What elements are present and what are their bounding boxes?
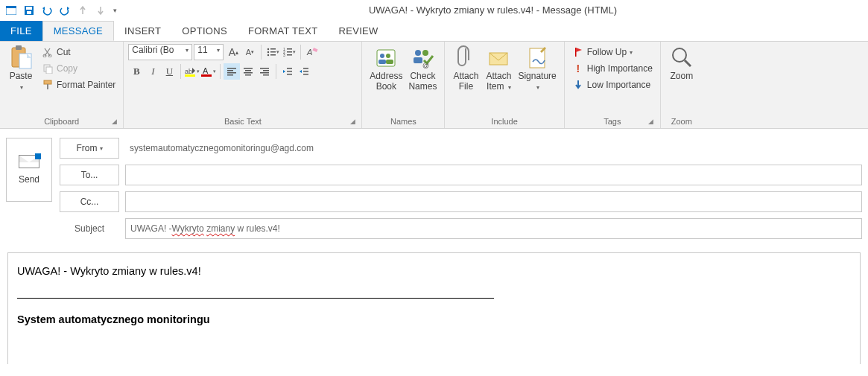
svg-text:3: 3 [283, 53, 285, 57]
high-importance-label: High Importance [587, 63, 653, 74]
italic-icon[interactable]: I [145, 63, 161, 80]
zoom-button[interactable]: Zoom [665, 44, 698, 83]
clipboard-launcher-icon[interactable]: ◢ [110, 118, 118, 127]
qat-customize-icon[interactable]: ▾ [110, 2, 119, 19]
paste-button[interactable]: Paste [4, 44, 37, 95]
svg-rect-34 [227, 72, 236, 74]
group-include: Attach File Attach Item Signature Includ… [445, 42, 564, 128]
align-right-icon[interactable] [256, 63, 273, 80]
send-label: Send [19, 174, 39, 185]
tab-format-text[interactable]: FORMAT TEXT [238, 21, 329, 41]
tab-insert[interactable]: INSERT [114, 21, 171, 41]
high-importance-button[interactable]: ! High Importance [569, 60, 656, 77]
group-basic-text: Calibri (Bo 11 A▴ A▾ ▾ 123▾ A B I U ab▾ … [124, 42, 362, 128]
underline-icon[interactable]: U [161, 63, 177, 80]
check-names-label: Check Names [408, 71, 437, 92]
increase-indent-icon[interactable] [296, 63, 312, 80]
svg-rect-45 [287, 71, 292, 72]
tags-launcher-icon[interactable]: ◢ [647, 118, 656, 127]
highlight-icon[interactable]: ab▾ [184, 63, 200, 80]
low-importance-icon [572, 79, 584, 91]
signature-button[interactable]: Signature [515, 44, 559, 95]
follow-up-button[interactable]: Follow Up ▾ [569, 44, 656, 60]
svg-rect-54 [386, 60, 393, 64]
font-size-select[interactable]: 11 [194, 44, 224, 60]
align-left-icon[interactable] [224, 63, 240, 80]
from-field[interactable] [125, 138, 862, 159]
svg-rect-36 [244, 68, 253, 69]
svg-rect-27 [313, 48, 318, 52]
font-name-select[interactable]: Calibri (Bo [128, 44, 192, 60]
paste-icon [9, 45, 33, 69]
attach-file-label: Attach File [453, 71, 478, 92]
svg-rect-41 [263, 70, 269, 71]
numbering-icon[interactable]: 123▾ [281, 44, 297, 60]
undo-icon[interactable] [39, 2, 55, 19]
previous-item-icon [75, 2, 91, 19]
svg-rect-11 [46, 67, 52, 74]
subject-field[interactable]: UWAGA! - Wykryto zmiany w rules.v4! [125, 218, 862, 239]
low-importance-button[interactable]: Low Importance [569, 77, 656, 93]
svg-point-52 [386, 54, 390, 58]
svg-rect-46 [287, 74, 292, 75]
grow-font-icon[interactable]: A▴ [225, 44, 241, 60]
cut-icon [42, 46, 54, 58]
font-color-icon[interactable]: A▾ [200, 63, 217, 80]
copy-button[interactable]: Copy [39, 60, 118, 77]
zoom-label: Zoom [670, 71, 693, 81]
copy-icon [42, 63, 54, 74]
svg-rect-38 [244, 72, 253, 74]
shrink-font-icon[interactable]: A▾ [241, 44, 258, 60]
tab-options[interactable]: OPTIONS [171, 21, 238, 41]
tab-message[interactable]: MESSAGE [42, 21, 114, 41]
send-button[interactable]: Send [6, 138, 52, 202]
body-line-1: UWAGA! - Wykryto zmiany w rules.v4! [17, 264, 851, 278]
save-icon[interactable] [21, 2, 37, 19]
format-painter-button[interactable]: Format Painter [39, 77, 118, 93]
group-clipboard-label: Clipboard [44, 117, 79, 126]
group-zoom-label: Zoom [665, 115, 698, 128]
attach-item-button[interactable]: Attach Item [482, 44, 515, 95]
high-importance-icon: ! [572, 63, 584, 74]
check-names-button[interactable]: @ Check Names [405, 44, 440, 93]
paste-label: Paste [10, 71, 33, 81]
svg-point-18 [267, 54, 269, 56]
svg-rect-6 [16, 45, 22, 50]
svg-rect-13 [47, 84, 48, 89]
svg-rect-43 [263, 74, 269, 76]
cut-label: Cut [57, 47, 71, 57]
cut-button[interactable]: Cut [39, 44, 118, 60]
tab-file[interactable]: FILE [0, 21, 42, 41]
tab-review[interactable]: REVIEW [329, 21, 389, 41]
cc-field[interactable] [125, 191, 862, 212]
bullets-icon[interactable]: ▾ [264, 44, 281, 60]
svg-rect-17 [270, 51, 276, 53]
group-zoom: Zoom Zoom [661, 42, 703, 128]
to-field[interactable] [125, 165, 862, 185]
attach-file-icon [454, 45, 478, 69]
check-names-icon: @ [411, 45, 434, 69]
group-basic-text-label: Basic Text [224, 117, 262, 126]
basic-text-launcher-icon[interactable]: ◢ [348, 118, 357, 127]
address-book-button[interactable]: Address Book [367, 44, 405, 93]
decrease-indent-icon[interactable] [279, 63, 296, 80]
svg-text:ab: ab [185, 68, 192, 75]
svg-point-55 [415, 50, 421, 56]
svg-rect-49 [303, 74, 308, 75]
message-body[interactable]: UWAGA! - Wykryto zmiany w rules.v4! Syst… [7, 252, 861, 364]
bold-icon[interactable]: B [128, 63, 145, 80]
redo-icon[interactable] [57, 2, 73, 19]
format-painter-label: Format Painter [57, 80, 115, 90]
svg-rect-37 [245, 70, 251, 71]
svg-rect-25 [287, 54, 292, 56]
from-button[interactable]: From ▾ [60, 138, 119, 159]
group-include-label: Include [449, 115, 559, 128]
align-center-icon[interactable] [240, 63, 256, 80]
clear-formatting-icon[interactable]: A [304, 44, 320, 60]
title-bar: ▾ UWAGA! - Wykryto zmiany w rules.v4! - … [0, 0, 868, 21]
to-button[interactable]: To... [60, 165, 119, 185]
qat-window-icon[interactable] [3, 2, 19, 19]
cc-button[interactable]: Cc... [60, 191, 119, 212]
svg-text:A: A [203, 66, 209, 75]
attach-file-button[interactable]: Attach File [449, 44, 482, 93]
